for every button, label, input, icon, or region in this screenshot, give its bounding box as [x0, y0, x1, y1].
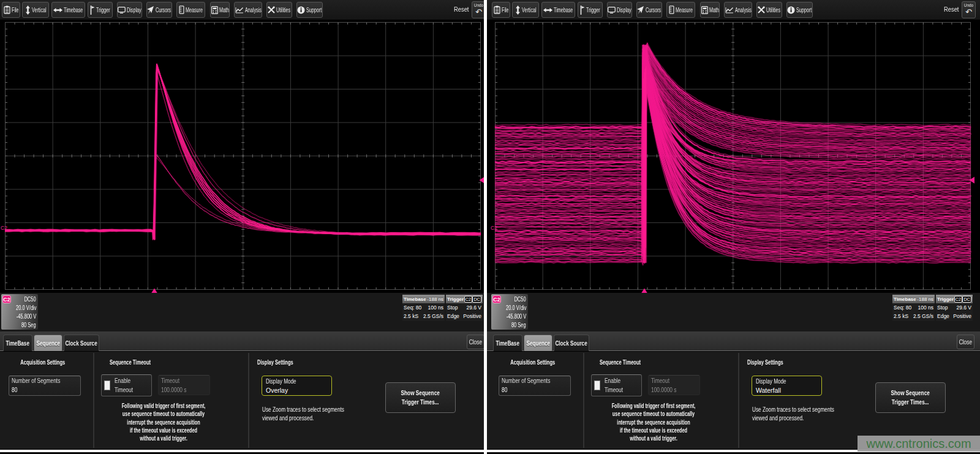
svg-text:C2: C2 [1, 225, 7, 231]
svg-text:C2: C2 [491, 225, 497, 231]
